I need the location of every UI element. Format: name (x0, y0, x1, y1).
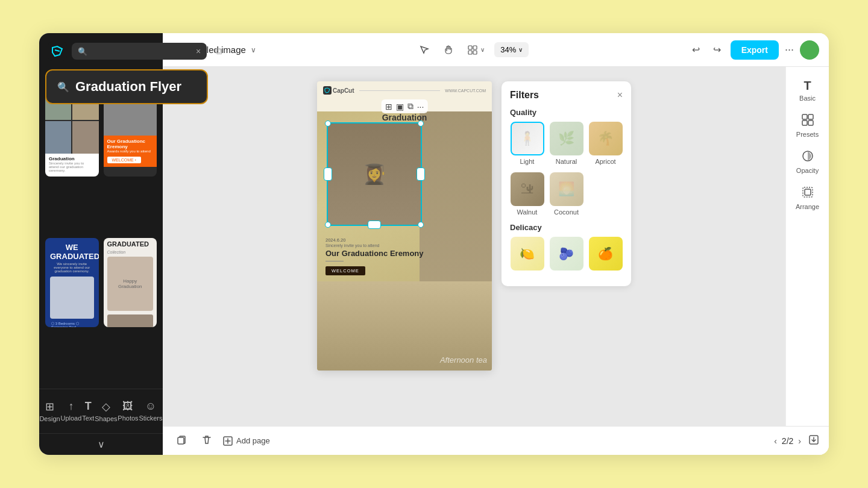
filter-apricot[interactable]: 🌴 Apricot (588, 122, 623, 165)
search-bar[interactable]: 🔍 Graduation Flyer × (72, 43, 207, 60)
filter-coconut-label: Coconut (554, 208, 579, 216)
filter-walnut[interactable]: 🏜 Walnut (510, 172, 544, 216)
nav-upload[interactable]: ↑ Upload (60, 395, 81, 427)
filter-light[interactable]: 🧍 Light (510, 122, 544, 165)
canvas-action-grid[interactable]: ⊞ (385, 102, 392, 111)
add-page-button[interactable]: Add page (223, 436, 270, 446)
template-card-3[interactable]: WEGRADUATED We sincerely invite everyone… (45, 238, 99, 327)
svg-rect-5 (323, 86, 332, 95)
presets-icon (802, 114, 814, 129)
canvas-actions: ⊞ ▣ ⧉ ··· (382, 99, 428, 113)
filter-light-thumb[interactable]: 🧍 (511, 122, 544, 155)
right-tool-opacity[interactable]: Opacity (786, 145, 829, 179)
svg-rect-4 (473, 51, 477, 54)
filter-walnut-thumb[interactable]: 🏜 (511, 172, 544, 206)
canvas-invite: Sincerely invite you to attend (326, 243, 424, 248)
redo-button[interactable]: ↪ (709, 40, 725, 59)
filter-apricot-label: Apricot (595, 158, 615, 165)
stickers-icon: ☺ (145, 400, 156, 413)
basic-label: Basic (799, 95, 816, 102)
add-page-label: Add page (236, 436, 270, 445)
svg-rect-9 (808, 120, 813, 125)
quality-filters-row: 🧍 Light 🌿 Natural (510, 122, 623, 165)
svg-rect-8 (802, 120, 807, 125)
canvas-action-qr[interactable]: ▣ (396, 102, 404, 111)
filter-del3-thumb[interactable]: 🍊 (589, 237, 623, 271)
filter-walnut-image: 🏜 (511, 172, 544, 206)
search-popup: 🔍 Graduation Flyer (45, 69, 208, 104)
templates-grid: Graduation Sincerely invite you to atten… (39, 87, 163, 389)
arrange-icon (802, 186, 814, 201)
upload-icon: ↑ (68, 400, 74, 413)
svg-rect-2 (473, 46, 477, 49)
hand-tool-btn[interactable] (439, 41, 458, 59)
bottom-bar: Add page ‹ 2/2 › (163, 426, 829, 455)
search-input[interactable]: Graduation Flyer (91, 47, 192, 56)
page-export-button[interactable] (808, 434, 819, 448)
canvas-top-bar: CapCut WWW.CAPCUT.COM (317, 81, 492, 99)
canvas-action-more[interactable]: ··· (417, 102, 424, 111)
undo-button[interactable]: ↩ (688, 40, 703, 59)
filter-del3[interactable]: 🍊 (588, 237, 623, 271)
nav-photos[interactable]: 🖼 Photos (118, 395, 138, 427)
toolbar-right: ↩ ↪ Export ··· (688, 40, 819, 60)
export-button[interactable]: Export (731, 40, 779, 60)
filter-del1[interactable]: 🍋 (510, 237, 544, 271)
template-card-4[interactable]: GRADUATED Collection HappyGraduation (104, 238, 157, 327)
shapes-icon: ◇ (102, 400, 110, 413)
search-clear-icon[interactable]: × (196, 46, 201, 56)
opacity-label: Opacity (796, 167, 819, 174)
quality-filters-row-2: 🏜 Walnut 🌅 Coconut (510, 172, 623, 216)
prev-page-button[interactable]: ‹ (774, 436, 777, 446)
duplicate-page-button[interactable] (172, 431, 190, 451)
zoom-value: 34% (500, 45, 516, 54)
filter-del2-thumb[interactable]: 🫐 (550, 237, 583, 271)
filter-natural[interactable]: 🌿 Natural (549, 122, 583, 165)
canvas-date: 2024.6.20 (326, 237, 424, 243)
svg-rect-1 (468, 46, 472, 49)
filter-del2[interactable]: 🫐 (549, 237, 583, 271)
right-tool-basic[interactable]: T Basic (786, 74, 829, 107)
toolbar-center: ∨ 34% ∨ (263, 41, 681, 59)
canvas-logo: CapCut (323, 86, 354, 95)
right-tool-presets[interactable]: Presets (786, 109, 829, 143)
popup-search-icon: 🔍 (57, 81, 69, 93)
select-tool-btn[interactable] (415, 41, 433, 59)
right-sidebar: T Basic Presets (785, 67, 829, 426)
filter-natural-thumb[interactable]: 🌿 (550, 122, 583, 155)
svg-rect-7 (808, 114, 813, 119)
search-icon: 🔍 (78, 47, 87, 56)
right-tool-arrange[interactable]: Arrange (786, 181, 829, 215)
filters-close-button[interactable]: × (617, 90, 623, 101)
chevron-down-icon[interactable]: ∨ (98, 439, 105, 450)
nav-design-label: Design (39, 415, 60, 422)
more-options-button[interactable]: ··· (785, 43, 794, 56)
title-chevron-icon[interactable]: ∨ (251, 46, 256, 54)
filter-walnut-label: Walnut (517, 208, 538, 216)
left-sidebar: 🔍 Graduation Flyer × ⧉ 🔍 Graduation Flye… (39, 33, 163, 455)
delete-page-button[interactable] (198, 431, 216, 451)
nav-stickers[interactable]: ☺ Stickers (139, 395, 162, 427)
filter-del1-thumb[interactable]: 🍋 (511, 237, 544, 271)
canvas-action-copy[interactable]: ⧉ (407, 101, 414, 111)
filter-apricot-thumb[interactable]: 🌴 (589, 122, 623, 155)
filter-coconut[interactable]: 🌅 Coconut (549, 172, 583, 216)
canvas-area: CapCut WWW.CAPCUT.COM ⊞ ▣ ⧉ ··· (163, 67, 785, 426)
zoom-chevron-icon: ∨ (518, 46, 523, 53)
layout-tool-btn[interactable]: ∨ (464, 41, 488, 59)
editor-toolbar: ☁ Untitled image ∨ (163, 33, 829, 67)
filter-coconut-thumb[interactable]: 🌅 (550, 172, 583, 206)
popup-search-text: Graduation Flyer (75, 79, 181, 95)
zoom-control[interactable]: 34% ∨ (494, 42, 529, 57)
nav-design[interactable]: ⊞ Design (39, 395, 60, 427)
nav-shapes[interactable]: ◇ Shapes (95, 395, 117, 427)
design-canvas[interactable]: CapCut WWW.CAPCUT.COM ⊞ ▣ ⧉ ··· (317, 81, 492, 371)
presets-label: Presets (796, 131, 819, 138)
editor-area: ☁ Untitled image ∨ (163, 33, 829, 455)
svg-rect-13 (178, 437, 184, 444)
next-page-button[interactable]: › (798, 436, 801, 446)
nav-shapes-label: Shapes (95, 415, 117, 422)
nav-text[interactable]: T Text (82, 395, 94, 427)
svg-rect-12 (805, 189, 811, 195)
filter-icon[interactable]: ⧉ (212, 42, 225, 60)
